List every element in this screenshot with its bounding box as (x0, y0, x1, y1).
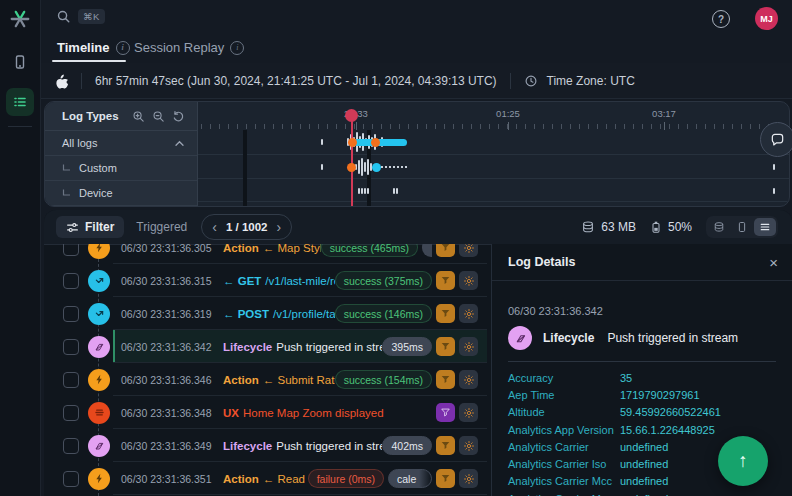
log-settings-button[interactable] (459, 436, 478, 455)
reset-zoom-icon[interactable] (170, 108, 187, 125)
log-mark (361, 188, 363, 194)
log-details-title: Log Details (508, 255, 769, 269)
scroll-to-top-button[interactable]: ↑ (718, 436, 768, 486)
row-label: Device (79, 187, 197, 199)
avatar[interactable]: MJ (755, 7, 778, 30)
details-log-message: Push triggered in stream (607, 331, 738, 345)
tab-timeline-label: Timeline (57, 40, 110, 55)
filter-by-log-button[interactable] (436, 337, 455, 356)
session-span-bar[interactable] (353, 139, 407, 146)
storage-icon (581, 220, 595, 234)
view-toggle-device[interactable] (731, 218, 753, 236)
log-row[interactable]: 06/30 23:31:36.351 Action← Read Calendar… (44, 462, 491, 495)
row-checkbox[interactable] (63, 372, 79, 388)
help-icon[interactable]: ? (712, 10, 730, 28)
row-checkbox[interactable] (63, 339, 79, 355)
log-row[interactable]: 06/30 23:31:36.349 LifecyclePush trigger… (44, 429, 491, 462)
playhead-line[interactable] (351, 112, 353, 207)
status-badge: success (154ms) (335, 370, 432, 389)
triggered-label: Triggered (136, 220, 187, 234)
event-marker[interactable] (347, 163, 356, 172)
timeline-chart-canvas[interactable]: 23:33 01:25 03:17 (198, 102, 789, 206)
divider (81, 73, 82, 89)
tab-bar: Timeline i Session Replay i (40, 36, 792, 64)
filter-by-log-button[interactable] (436, 271, 455, 290)
app-root: ⌘K ? MJ Timeline i Session Replay i 6hr … (0, 0, 792, 496)
filter-by-log-button[interactable] (436, 469, 455, 488)
close-icon[interactable]: × (769, 255, 778, 270)
filter-button[interactable]: Filter (56, 216, 124, 238)
chevron-up-icon[interactable] (174, 140, 185, 147)
event-marker[interactable] (371, 138, 380, 147)
row-label: Custom (79, 162, 197, 174)
prev-page-button[interactable]: ‹ (212, 220, 217, 234)
event-marker[interactable] (372, 163, 381, 172)
log-settings-button[interactable] (459, 271, 478, 290)
log-type-row-custom[interactable]: Custom (45, 156, 197, 181)
row-checkbox[interactable] (63, 306, 79, 322)
tab-timeline[interactable]: Timeline i (57, 40, 130, 55)
log-row[interactable]: 06/30 23:31:36.346 Action← Submit Rating… (44, 363, 491, 396)
log-row[interactable]: 06/30 23:31:36.348 UXHome Map Zoom displ… (44, 396, 491, 429)
log-row[interactable]: 06/30 23:31:36.305 Action← Map Style Loa… (44, 244, 491, 264)
timezone-label: Time Zone: UTC (547, 74, 635, 88)
log-mark (321, 164, 323, 170)
log-message: Action← Map Style Loading (223, 244, 321, 254)
next-page-button[interactable]: › (277, 220, 282, 234)
filter-by-log-button[interactable] (436, 304, 455, 323)
session-bar: 6hr 57min 47sec (Jun 30, 2024, 21:41:25 … (40, 63, 792, 99)
log-settings-button[interactable] (459, 370, 478, 389)
row-checkbox[interactable] (63, 273, 79, 289)
log-type-row-all-logs[interactable]: All logs (45, 131, 197, 156)
log-settings-button[interactable] (459, 304, 478, 323)
row-checkbox[interactable] (63, 405, 79, 421)
histogram-spike (358, 160, 360, 174)
feedback-chat-button[interactable] (760, 122, 792, 157)
sidebar-item-sessions[interactable] (6, 48, 34, 76)
view-toggle-list-active[interactable] (754, 218, 776, 236)
log-settings-button[interactable] (459, 244, 478, 257)
filter-by-log-button[interactable] (436, 244, 455, 257)
filter-by-log-button[interactable] (436, 370, 455, 389)
log-message: Action← Submit Rating (223, 374, 335, 386)
zoom-in-icon[interactable] (130, 108, 147, 125)
search-input[interactable]: ⌘K (56, 9, 105, 24)
zoom-out-icon[interactable] (150, 108, 167, 125)
log-settings-button[interactable] (459, 403, 478, 422)
log-settings-button[interactable] (459, 469, 478, 488)
filter-by-log-button[interactable] (436, 403, 455, 422)
divider (510, 73, 511, 89)
log-row[interactable]: 06/30 23:31:36.319 ← POST/v1/profile/tas… (44, 297, 491, 330)
event-marker[interactable] (348, 138, 357, 147)
log-settings-button[interactable] (459, 337, 478, 356)
field-row: Analytics Carrier Mncundefined (508, 490, 776, 496)
tab-session-replay[interactable]: Session Replay i (134, 40, 244, 55)
tree-corner-icon (62, 164, 71, 172)
filter-by-log-button[interactable] (436, 436, 455, 455)
lifecycle-log-icon (508, 326, 532, 350)
embrace-logo-icon[interactable] (9, 8, 31, 30)
log-timestamp: 06/30 23:31:36.346 (121, 374, 223, 386)
chart-row-divider (198, 154, 789, 155)
battery-metric: 50% (650, 220, 692, 234)
divider (508, 361, 776, 362)
log-message: LifecyclePush triggered in stream (223, 440, 382, 452)
duration-badge: 395ms (382, 337, 432, 356)
histogram-spike (367, 159, 369, 175)
log-type-row-device[interactable]: Device (45, 181, 197, 206)
sidebar-item-logs-active[interactable] (6, 88, 34, 116)
info-icon: i (116, 41, 130, 55)
network-log-icon (88, 303, 110, 325)
row-checkbox[interactable] (63, 438, 79, 454)
row-checkbox[interactable] (63, 244, 79, 256)
field-row: Accuracy35 (508, 369, 776, 386)
view-toggle-storage[interactable] (708, 218, 730, 236)
log-row[interactable]: 06/30 23:31:36.315 ← GET/v1/last-mile/re… (44, 264, 491, 297)
filter-button-label: Filter (85, 220, 114, 234)
log-row-selected[interactable]: 06/30 23:31:36.342 LifecyclePush trigger… (44, 330, 491, 363)
log-message: LifecyclePush triggered in stream (223, 341, 382, 353)
row-checkbox[interactable] (63, 471, 79, 487)
battery-value: 50% (668, 220, 692, 234)
clock-icon (524, 74, 538, 88)
playhead-handle[interactable] (345, 109, 358, 122)
